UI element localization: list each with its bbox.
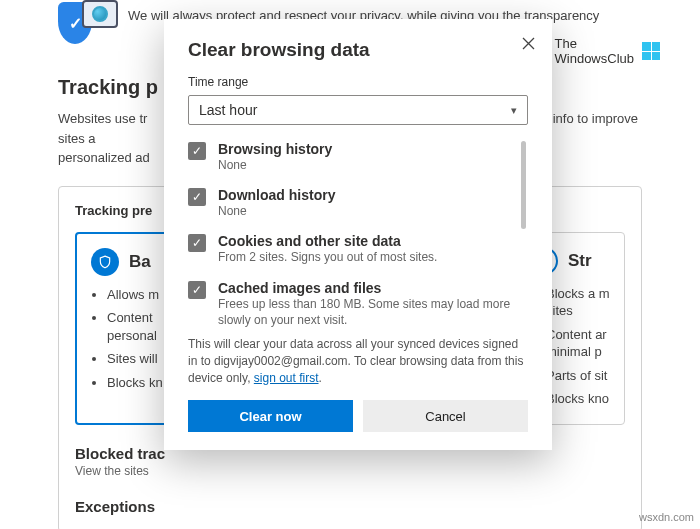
cancel-button[interactable]: Cancel bbox=[363, 400, 528, 432]
option-cached-files[interactable]: ✓ Cached images and files Frees up less … bbox=[188, 280, 514, 328]
time-range-label: Time range bbox=[188, 75, 528, 89]
checkbox-checked-icon[interactable]: ✓ bbox=[188, 281, 206, 299]
monitor-icon bbox=[82, 0, 118, 28]
dialog-title: Clear browsing data bbox=[188, 39, 528, 61]
blocked-trackers-sub: View the sites bbox=[75, 464, 625, 478]
scrollbar-thumb[interactable] bbox=[521, 141, 526, 229]
clear-now-button[interactable]: Clear now bbox=[188, 400, 353, 432]
option-title: Cookies and other site data bbox=[218, 233, 514, 249]
close-button[interactable] bbox=[514, 29, 542, 57]
sign-out-link[interactable]: sign out first bbox=[254, 371, 319, 385]
windows-flag-icon bbox=[642, 42, 660, 60]
option-sub: From 2 sites. Signs you out of most site… bbox=[218, 249, 514, 265]
time-range-select[interactable]: Last hour ▾ bbox=[188, 95, 528, 125]
close-icon bbox=[522, 37, 535, 50]
watermark: wsxdn.com bbox=[639, 511, 694, 523]
time-range-value: Last hour bbox=[199, 102, 257, 118]
card-bullet: Blocks kno bbox=[546, 390, 610, 408]
checkbox-checked-icon[interactable]: ✓ bbox=[188, 142, 206, 160]
option-title: Download history bbox=[218, 187, 514, 203]
card-bullet: Parts of sit bbox=[546, 367, 610, 385]
option-download-history[interactable]: ✓ Download history None bbox=[188, 187, 514, 219]
shield-circle-icon bbox=[91, 248, 119, 276]
card-bullet: Content ar minimal p bbox=[546, 326, 610, 361]
exceptions-row[interactable]: Exceptions bbox=[75, 498, 625, 515]
option-cookies[interactable]: ✓ Cookies and other site data From 2 sit… bbox=[188, 233, 514, 265]
clear-browsing-data-dialog: Clear browsing data Time range Last hour… bbox=[164, 19, 552, 450]
option-sub: None bbox=[218, 203, 514, 219]
option-browsing-history[interactable]: ✓ Browsing history None bbox=[188, 141, 514, 173]
sync-footnote: This will clear your data across all you… bbox=[188, 336, 528, 386]
card-bullet: Blocks a m sites bbox=[546, 285, 610, 320]
exceptions-title: Exceptions bbox=[75, 498, 625, 515]
card-bullet: Blocks kn bbox=[107, 374, 169, 392]
option-sub: Frees up less than 180 MB. Some sites ma… bbox=[218, 296, 514, 328]
data-type-list: ✓ Browsing history None ✓ Download histo… bbox=[188, 141, 528, 328]
card-title: Str bbox=[568, 251, 592, 271]
option-title: Browsing history bbox=[218, 141, 514, 157]
card-bullet: Allows m bbox=[107, 286, 169, 304]
card-title: Ba bbox=[129, 252, 151, 272]
chevron-down-icon: ▾ bbox=[511, 104, 517, 117]
checkbox-checked-icon[interactable]: ✓ bbox=[188, 188, 206, 206]
option-title: Cached images and files bbox=[218, 280, 514, 296]
privacy-illustration bbox=[58, 0, 118, 52]
checkbox-checked-icon[interactable]: ✓ bbox=[188, 234, 206, 252]
card-bullet: Content personal bbox=[107, 309, 169, 344]
option-sub: None bbox=[218, 157, 514, 173]
brand-label: The WindowsClub bbox=[555, 36, 634, 66]
brand-windowsclub: The WindowsClub bbox=[555, 36, 660, 66]
card-bullet: Sites will bbox=[107, 350, 169, 368]
